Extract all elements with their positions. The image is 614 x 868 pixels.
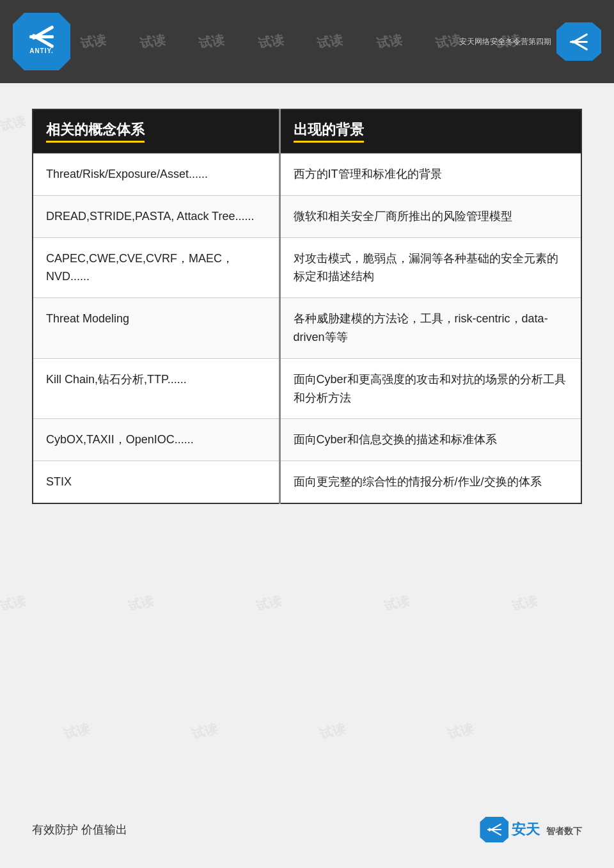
bw21: 试读 (254, 592, 283, 615)
header-right-subtext: 安天网络安全冬令营第四期 (459, 36, 551, 47)
footer-left-text: 有效防护 价值输出 (32, 822, 127, 837)
bw27: 试读 (446, 720, 475, 743)
header: ANTIY. 试读 试读 试读 试读 试读 试读 试读 试读 安天网络安全冬令营… (0, 0, 614, 83)
table-cell-col2: 各种威胁建模的方法论，工具，risk-centric，data-driven等等 (279, 298, 581, 359)
main-content: 相关的概念体系 出现的背景 Threat/Risk/Exposure/Asset… (0, 83, 614, 530)
col2-header: 出现的背景 (279, 109, 581, 154)
table-cell-col2: 对攻击模式，脆弱点，漏洞等各种基础的安全元素的标定和描述结构 (279, 237, 581, 298)
table-row: STIX面向更完整的综合性的情报分析/作业/交换的体系 (33, 461, 581, 503)
table-cell-col1: Threat/Risk/Exposure/Asset...... (33, 154, 279, 196)
table-cell-col1: CybOX,TAXII，OpenIOC...... (33, 419, 279, 461)
watermark-1: 试读 (79, 31, 107, 52)
table-cell-col1: Threat Modeling (33, 298, 279, 359)
watermark-2: 试读 (139, 31, 167, 52)
table-cell-col1: STIX (33, 461, 279, 503)
header-right-logo (556, 22, 601, 61)
table-cell-col2: 微软和相关安全厂商所推出的风险管理模型 (279, 195, 581, 237)
bw24: 试读 (62, 720, 91, 743)
bw25: 试读 (190, 720, 219, 743)
footer-logo-icon (480, 817, 508, 842)
table-cell-col2: 面向Cyber和信息交换的描述和标准体系 (279, 419, 581, 461)
watermark-6: 试读 (375, 31, 404, 52)
table-cell-col2: 西方的IT管理和标准化的背景 (279, 154, 581, 196)
watermark-5: 试读 (316, 31, 344, 52)
logo-text: ANTIY. (29, 47, 54, 54)
col1-header: 相关的概念体系 (33, 109, 279, 154)
main-table: 相关的概念体系 出现的背景 Threat/Risk/Exposure/Asset… (32, 109, 582, 504)
table-row: CybOX,TAXII，OpenIOC......面向Cyber和信息交换的描述… (33, 419, 581, 461)
table-row: Kill Chain,钻石分析,TTP......面向Cyber和更高强度的攻击… (33, 358, 581, 419)
footer-logo-brand: 安天 智者数下 (512, 823, 582, 837)
table-cell-col1: Kill Chain,钻石分析,TTP...... (33, 358, 279, 419)
bw19: 试读 (0, 592, 28, 615)
table-cell-col1: DREAD,STRIDE,PASTA, Attack Tree...... (33, 195, 279, 237)
footer: 有效防护 价值输出 安天 智者数下 (32, 817, 582, 842)
table-row: CAPEC,CWE,CVE,CVRF，MAEC，NVD......对攻击模式，脆… (33, 237, 581, 298)
header-right: 安天网络安全冬令营第四期 (459, 22, 601, 61)
table-cell-col2: 面向Cyber和更高强度的攻击和对抗的场景的分析工具和分析方法 (279, 358, 581, 419)
table-cell-col2: 面向更完整的综合性的情报分析/作业/交换的体系 (279, 461, 581, 503)
watermark-3: 试读 (198, 31, 226, 52)
table-row: Threat/Risk/Exposure/Asset......西方的IT管理和… (33, 154, 581, 196)
footer-logo: 安天 智者数下 (480, 817, 582, 842)
table-row: DREAD,STRIDE,PASTA, Attack Tree......微软和… (33, 195, 581, 237)
watermark-4: 试读 (257, 31, 285, 52)
bw20: 试读 (126, 592, 155, 615)
table-header-row: 相关的概念体系 出现的背景 (33, 109, 581, 154)
bw26: 试读 (318, 720, 347, 743)
table-row: Threat Modeling各种威胁建模的方法论，工具，risk-centri… (33, 298, 581, 359)
header-logo: ANTIY. (13, 13, 70, 70)
bw22: 试读 (382, 592, 411, 615)
bw23: 试读 (510, 592, 539, 615)
table-body: Threat/Risk/Exposure/Asset......西方的IT管理和… (33, 154, 581, 503)
watermark-7: 试读 (434, 31, 462, 52)
table-cell-col1: CAPEC,CWE,CVE,CVRF，MAEC，NVD...... (33, 237, 279, 298)
